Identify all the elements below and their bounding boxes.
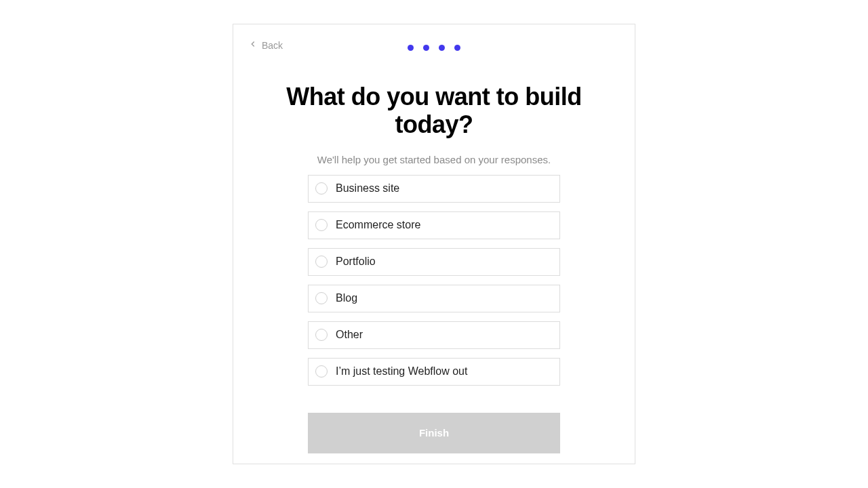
- page-subtitle: We'll help you get started based on your…: [247, 154, 621, 165]
- option-label: Business site: [336, 182, 399, 195]
- finish-button[interactable]: Finish: [308, 413, 560, 453]
- chevron-left-icon: [248, 39, 258, 51]
- option-blog[interactable]: Blog: [308, 285, 560, 312]
- back-label: Back: [262, 40, 283, 51]
- option-business-site[interactable]: Business site: [308, 175, 560, 203]
- option-label: Other: [336, 329, 363, 341]
- progress-dot: [408, 45, 414, 51]
- option-label: Ecommerce store: [336, 219, 420, 231]
- progress-dots: [408, 45, 460, 51]
- option-label: Portfolio: [336, 256, 376, 268]
- progress-dot: [454, 45, 460, 51]
- radio-icon: [315, 329, 328, 341]
- page-title: What do you want to build today?: [278, 83, 590, 139]
- progress-dot: [439, 45, 445, 51]
- modal-content: What do you want to build today? We'll h…: [247, 83, 621, 453]
- onboarding-modal: Back What do you want to build today? We…: [233, 24, 635, 464]
- option-label: Blog: [336, 292, 357, 304]
- option-label: I’m just testing Webflow out: [336, 365, 467, 378]
- radio-icon: [315, 365, 328, 378]
- radio-icon: [315, 256, 328, 268]
- back-button[interactable]: Back: [248, 39, 283, 51]
- radio-icon: [315, 292, 328, 304]
- radio-icon: [315, 182, 328, 195]
- option-other[interactable]: Other: [308, 321, 560, 349]
- progress-dot: [423, 45, 429, 51]
- option-ecommerce-store[interactable]: Ecommerce store: [308, 211, 560, 239]
- modal-header: Back: [247, 39, 621, 56]
- option-just-testing[interactable]: I’m just testing Webflow out: [308, 358, 560, 386]
- option-portfolio[interactable]: Portfolio: [308, 248, 560, 276]
- radio-icon: [315, 219, 328, 231]
- options-list: Business site Ecommerce store Portfolio …: [308, 175, 560, 386]
